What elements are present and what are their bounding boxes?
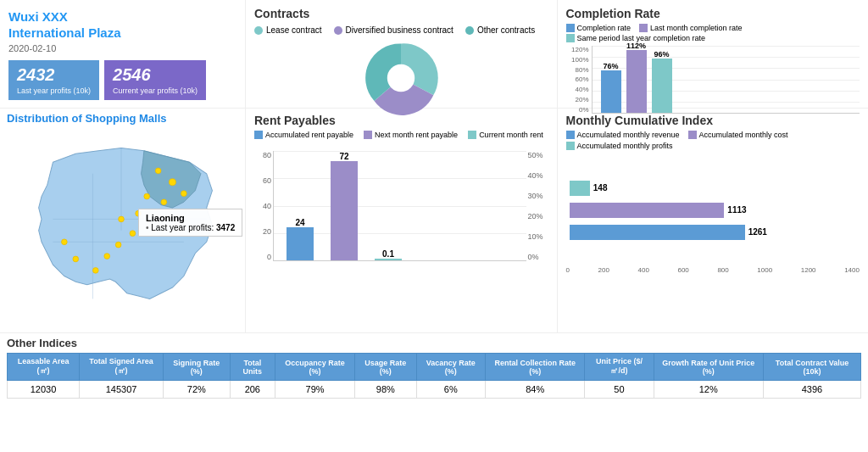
legend-lease: Lease contract [254, 25, 322, 35]
map-dot-6[interactable] [136, 210, 142, 216]
legend-accum-rent: Accumulated rent payable [254, 131, 353, 139]
indices-table: Leasable Area (㎡) Total Signed Area (㎡) … [7, 353, 861, 399]
kpi-last-year: 2432 Last year profits (10k) [8, 60, 99, 100]
th-contract-value: Total Contract Value (10k) [764, 354, 861, 381]
map-dot-3[interactable] [181, 191, 187, 197]
kpi-current-year-label: Current year profits (10k) [113, 86, 198, 95]
th-vacancy-rate: Vacancy Rate (%) [416, 354, 485, 381]
legend-comp-rate: Completion rate [566, 24, 632, 32]
comp-bar-3: 96% [652, 50, 672, 113]
kpi-row: 2432 Last year profits (10k) 2546 Curren… [8, 60, 236, 100]
monthly-bar-cost: 1113 [570, 203, 857, 218]
company-kpi-area: Wuxi XXX International Plaza 2020-02-10 … [0, 0, 246, 108]
monthly-title: Monthly Cumulative Index [566, 114, 860, 127]
contracts-legend: Lease contract Diversified business cont… [254, 25, 548, 35]
map-dot-8[interactable] [130, 231, 136, 237]
legend-other: Other contracts [465, 25, 535, 35]
china-map-svg [7, 128, 236, 327]
legend-accum-profits: Accumulated monthly profits [566, 142, 673, 150]
th-total-units: Total Units [230, 354, 275, 381]
monthly-legend: Accumulated monthly revenue Accumulated … [566, 131, 860, 150]
kpi-last-year-label: Last year profits (10k) [17, 86, 91, 95]
rent-y-left: 80 60 40 20 0 [254, 151, 273, 261]
rent-bars: 24 72 0.1 [274, 151, 526, 260]
completion-title: Completion Rate [566, 7, 860, 20]
completion-panel: Completion Rate Completion rate Last mon… [558, 0, 869, 108]
legend-lease-dot [254, 26, 263, 35]
map-dot-1[interactable] [169, 179, 175, 186]
rent-panel: Rent Payables Accumulated rent payable N… [246, 109, 558, 332]
rent-bar-1: 24 [287, 218, 314, 260]
th-occupancy-rate: Occupancy Rate (%) [275, 354, 355, 381]
middle-row: Distribution of Shopping Malls [0, 109, 868, 333]
legend-accum-cost: Accumulated monthly cost [688, 131, 788, 139]
map-dot-5[interactable] [144, 193, 150, 199]
td-total-units: 206 [230, 381, 275, 399]
rent-legend: Accumulated rent payable Next month rent… [254, 131, 548, 139]
legend-accum-revenue: Accumulated monthly revenue [566, 131, 680, 139]
monthly-chart: 148 1113 1261 [566, 155, 860, 274]
indices-header-row: Leasable Area (㎡) Total Signed Area (㎡) … [8, 354, 861, 381]
rent-bar-2: 72 [331, 152, 358, 260]
contracts-panel: Contracts Lease contract Diversified bus… [246, 0, 558, 108]
legend-next-month-rent: Next month rent payable [364, 131, 458, 139]
td-vacancy-rate: 6% [416, 381, 485, 399]
contracts-title: Contracts [254, 7, 548, 20]
map-dot-12[interactable] [73, 256, 79, 262]
th-unit-price: Unit Price ($/㎡/d) [585, 354, 654, 381]
map-panel: Distribution of Shopping Malls [0, 109, 246, 332]
monthly-x-labels: 0 200 400 600 800 1000 1200 1400 [566, 266, 860, 274]
comp-bar-1: 76% [601, 62, 621, 113]
td-usage-rate: 98% [355, 381, 416, 399]
th-signing-rate: Signing Rate (%) [164, 354, 230, 381]
td-growth-rate: 12% [654, 381, 763, 399]
th-growth-rate: Growth Rate of Unit Price (%) [654, 354, 763, 381]
rent-chart: 80 60 40 20 0 24 [254, 142, 548, 270]
indices-title: Other Indices [7, 337, 861, 349]
monthly-bars-area: 148 1113 1261 [566, 155, 860, 265]
th-rental-collection: Rental Collection Rate (%) [486, 354, 585, 381]
comp-bars: 76% 112% 96% [593, 46, 860, 113]
map-dot-2[interactable] [155, 168, 161, 174]
map-dot-7[interactable] [119, 216, 125, 222]
map-dot-9[interactable] [115, 242, 121, 248]
td-rental-collection: 84% [486, 381, 585, 399]
map-container: Liaoning • Last year profits: 3472 [7, 128, 236, 327]
map-dot-13[interactable] [62, 239, 68, 245]
kpi-last-year-value: 2432 [17, 65, 91, 85]
td-occupancy-rate: 79% [275, 381, 355, 399]
td-signing-rate: 72% [164, 381, 230, 399]
company-name: Wuxi XXX International Plaza [8, 8, 236, 42]
rent-chart-area: 24 72 0.1 [273, 151, 526, 261]
indices-section: Other Indices Leasable Area (㎡) Total Si… [0, 333, 868, 452]
comp-y-axis: 120% 100% 80% 60% 40% 20% 0% [566, 46, 592, 114]
td-leasable-area: 12030 [8, 381, 80, 399]
completion-legend: Completion rate Last month completion ra… [566, 24, 860, 42]
rent-bar-3: 0.1 [375, 249, 402, 260]
pie-center [387, 64, 415, 92]
kpi-current-year: 2546 Current year profits (10k) [104, 60, 206, 100]
monthly-bar-profits: 148 [570, 181, 857, 196]
legend-diversified-dot [334, 26, 342, 35]
td-unit-price: 50 [585, 381, 654, 399]
legend-other-dot [465, 26, 474, 35]
monthly-bar-revenue: 1261 [570, 225, 857, 240]
map-dot-11[interactable] [92, 268, 98, 274]
legend-last-month: Last month completion rate [639, 24, 743, 32]
legend-current-rent: Current month rent [468, 131, 543, 139]
top-row: Wuxi XXX International Plaza 2020-02-10 … [0, 0, 868, 109]
pie-chart [363, 40, 439, 116]
rent-y-right: 50% 40% 30% 20% 10% 0% [526, 151, 548, 261]
rent-title: Rent Payables [254, 114, 548, 127]
map-title: Distribution of Shopping Malls [7, 112, 238, 125]
th-usage-rate: Usage Rate (%) [355, 354, 416, 381]
indices-data-row: 12030 145307 72% 206 79% 98% 6% 84% 50 1… [8, 381, 861, 399]
td-signed-area: 145307 [80, 381, 164, 399]
contracts-pie [254, 40, 548, 116]
company-date: 2020-02-10 [8, 43, 236, 53]
completion-chart: 120% 100% 80% 60% 40% 20% 0% [566, 46, 860, 114]
map-dot-4[interactable] [161, 199, 167, 205]
monthly-panel: Monthly Cumulative Index Accumulated mon… [558, 109, 869, 332]
comp-bar-2: 112% [626, 42, 647, 113]
map-dot-10[interactable] [104, 254, 110, 259]
